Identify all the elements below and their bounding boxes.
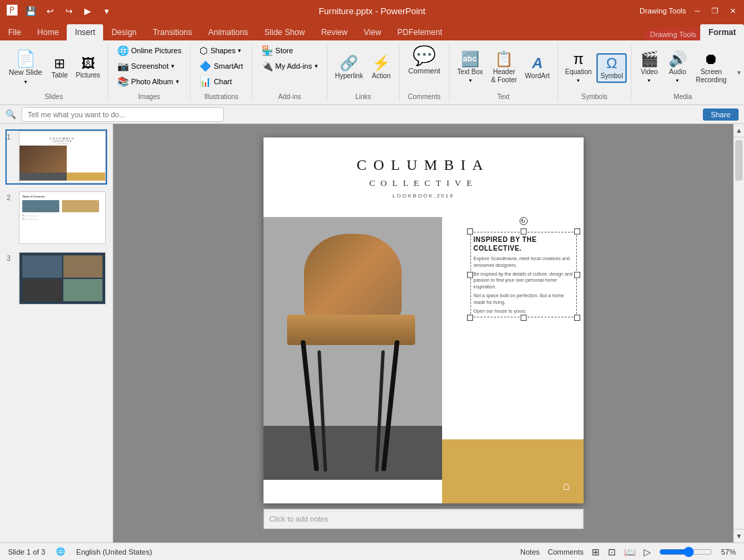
slide-thumb-2[interactable]: 2 Table of Contents 24 ───────── 26 ────… [5,190,107,245]
slide-show-btn[interactable]: ▷ [644,547,651,557]
handle-bm [520,315,526,321]
slide-canvas[interactable]: COLUMBIA COLLECTIVE LOOKBOOK.2019 [264,137,584,503]
symbol-btn[interactable]: Ω Symbol [596,53,627,83]
tab-design[interactable]: Design [103,24,144,40]
tab-view[interactable]: View [356,24,390,40]
shapes-arrow: ▾ [238,47,241,54]
slide-img-2: Table of Contents 24 ───────── 26 ──────… [19,191,106,244]
header-footer-btn[interactable]: 📋 Header& Footer [488,50,520,86]
action-btn[interactable]: ⚡ Action [368,54,395,82]
tab-home[interactable]: Home [29,24,67,40]
notes-btn[interactable]: Notes [520,548,540,556]
scroll-up-btn[interactable]: ▲ [734,124,744,137]
close-btn[interactable]: ✕ [726,5,739,17]
video-btn[interactable]: 🎬 Video ▾ [636,50,662,86]
symbols-group-label: Symbols [558,93,631,100]
textbox-btn[interactable]: 🔤 Text Box ▾ [454,50,486,86]
smartart-label: SmartArt [214,62,243,70]
pictures-label: Pictures [75,71,100,80]
equation-icon: π [574,52,584,67]
new-slide-btn[interactable]: 📄 New Slide ▾ [4,47,47,88]
redo-quick-btn[interactable]: ↪ [62,4,75,18]
shapes-btn[interactable]: ⬡ Shapes ▾ [195,43,247,58]
tab-file[interactable]: File [0,24,29,40]
screenshot-icon: 📷 [117,61,129,71]
handle-mr [574,272,580,278]
wordart-btn[interactable]: A WordArt [522,54,553,82]
title-bar: 🅿 💾 ↩ ↪ ▶ ▾ Furniture.pptx - PowerPoint … [0,0,744,22]
equation-btn[interactable]: π Equation ▾ [562,50,595,86]
text-box-para1: Explore Scandinavia, meet local creative… [474,255,574,269]
chart-icon: 📊 [199,76,211,87]
tab-format[interactable]: Format [700,24,744,40]
ribbon-group-illustrations: ⬡ Shapes ▾ 🔷 SmartArt 📊 Chart Illustrati… [191,43,252,102]
illustrations-btns: ⬡ Shapes ▾ 🔷 SmartArt 📊 Chart [195,43,247,89]
comment-btn[interactable]: 💬 Comment [404,43,445,79]
table-btn[interactable]: ⊞ Table [49,55,71,82]
screen-recording-btn[interactable]: ⏺ ScreenRecording [692,50,730,86]
photo-album-icon: 📚 [117,76,129,87]
online-pictures-btn[interactable]: 🌐 Online Pictures [113,43,187,58]
tab-slideshow[interactable]: Slide Show [256,24,313,40]
textbox-arrow: ▾ [469,77,472,84]
hyperlink-btn[interactable]: 🔗 Hyperlink [332,54,367,82]
photo-album-arrow: ▾ [176,78,179,85]
shapes-icon: ⬡ [199,45,208,56]
search-input[interactable] [22,107,224,122]
tab-transitions[interactable]: Transitions [145,24,200,40]
present-quick-btn[interactable]: ▶ [81,4,94,18]
slide-thumb-1[interactable]: 1 COLUMBIA COLLECTIVE LOOKBOOK.2019 [5,129,107,185]
screenshot-btn[interactable]: 📷 Screenshot ▾ [113,59,187,73]
scroll-thumb[interactable] [735,140,743,181]
tab-animations[interactable]: Animations [200,24,256,40]
online-pictures-label: Online Pictures [131,46,182,55]
restore-btn[interactable]: ❐ [709,5,721,17]
tab-pdfelement[interactable]: PDFelement [390,24,451,40]
language-label: English (United States) [76,548,152,556]
zoom-slider[interactable] [659,547,713,557]
slide-thumb-3[interactable]: 3 [5,251,107,306]
scroll-track [734,137,744,529]
header-footer-icon: 📋 [495,52,513,67]
customize-quick-btn[interactable]: ▾ [100,4,113,18]
save-quick-btn[interactable]: 💾 [24,4,38,18]
chair-image [264,217,442,480]
text-box-selected[interactable]: ↻ INSPIRED BY THE COLLECTIVE. Explore Sc… [470,232,577,317]
textbox-label: Text Box [457,68,483,76]
handle-rotate[interactable]: ↻ [520,217,528,225]
ribbon-group-addins: 🏪 Store 🔌 My Add-ins ▾ Add-ins [253,43,328,102]
smartart-btn[interactable]: 🔷 SmartArt [195,59,247,73]
chart-btn[interactable]: 📊 Chart [195,74,247,89]
links-group-label: Links [328,93,399,100]
search-bar: 🔍 Share [0,105,744,124]
photo-album-btn[interactable]: 📚 Photo Album ▾ [113,74,187,89]
undo-quick-btn[interactable]: ↩ [43,4,57,18]
share-btn[interactable]: Share [703,108,739,121]
app-icon: 🅿 [5,4,19,18]
title-bar-left: 🅿 💾 ↩ ↪ ▶ ▾ [5,4,113,18]
pictures-icon: 🖼 [82,57,95,70]
text-box-heading: INSPIRED BY THE COLLECTIVE. [474,235,574,253]
scroll-down-btn[interactable]: ▼ [734,529,744,542]
slide-sorter-btn[interactable]: ⊡ [608,547,616,557]
text-box-para2: Be inspired by the details of culture, d… [474,271,574,290]
slides-group-label: Slides [0,93,108,100]
audio-btn[interactable]: 🔊 Audio ▾ [664,50,691,86]
ribbon-group-media: 🎬 Video ▾ 🔊 Audio ▾ ⏺ ScreenRecording Me… [631,43,734,102]
minimize-btn[interactable]: ─ [691,5,704,17]
notes-area[interactable]: Click to add notes [264,509,584,529]
tab-insert[interactable]: Insert [67,24,103,40]
video-icon: 🎬 [640,52,658,67]
v-scrollbar: ▲ ▼ [733,124,744,542]
comments-btn[interactable]: Comments [548,548,584,556]
store-btn[interactable]: 🏪 Store [257,43,323,58]
images-btns: 🌐 Online Pictures 📷 Screenshot ▾ 📚 Photo… [113,43,187,89]
tab-review[interactable]: Review [313,24,355,40]
title-bar-title: Furniture.pptx - PowerPoint [319,6,425,16]
pictures-btn[interactable]: 🖼 Pictures [72,55,103,82]
ribbon-group-comments: 💬 Comment Comments [400,43,450,102]
my-addins-btn[interactable]: 🔌 My Add-ins ▾ [257,59,323,73]
reading-view-btn[interactable]: 📖 [624,547,636,557]
ribbon-scroll-btn[interactable]: ▾ [734,43,744,102]
normal-view-btn[interactable]: ⊞ [592,547,600,557]
